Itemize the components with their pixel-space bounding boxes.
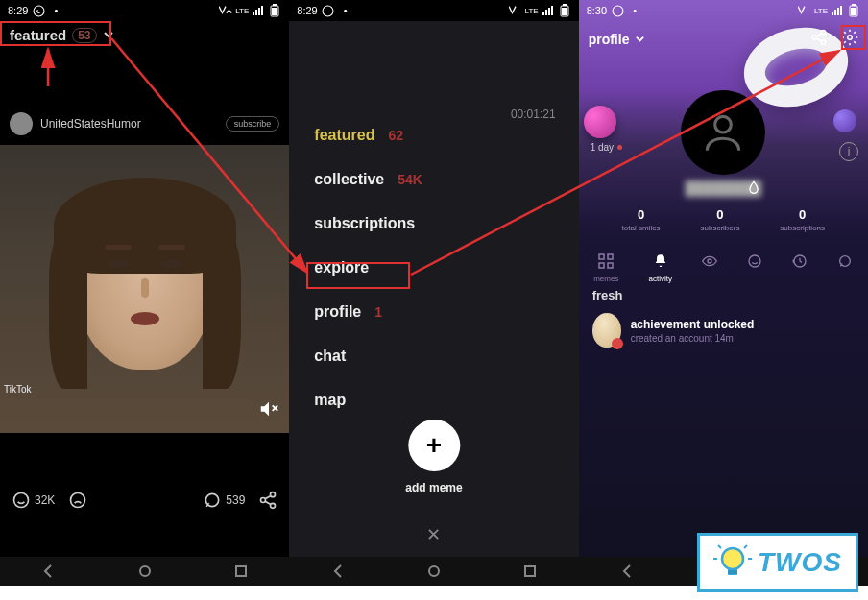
battery-icon <box>268 4 281 17</box>
nav-recent-button[interactable] <box>518 560 542 583</box>
twos-logo: TWOS <box>697 533 858 592</box>
bell-icon <box>649 253 672 273</box>
menu-item-subscriptions[interactable]: subscriptions <box>314 215 553 232</box>
whatsapp-icon <box>322 4 335 17</box>
android-navbar <box>289 557 578 586</box>
menu-item-profile[interactable]: profile 1 <box>314 303 553 321</box>
decorative-sphere <box>584 106 616 138</box>
post-author-row[interactable]: UnitedStatesHumor subscribe <box>0 107 289 141</box>
main-menu: featured 62 collective 54K subscriptions… <box>289 21 578 409</box>
menu-item-map[interactable]: map <box>314 392 553 409</box>
svg-rect-16 <box>525 566 535 576</box>
vowifi-icon <box>798 4 811 17</box>
unsmile-button[interactable] <box>68 491 87 510</box>
signal-icon <box>831 4 844 17</box>
svg-line-43 <box>718 545 721 548</box>
svg-rect-27 <box>608 254 613 259</box>
menu-item-featured[interactable]: featured 62 <box>314 127 553 144</box>
status-bar: 8:29 • LTE <box>0 0 289 21</box>
dot-icon: • <box>339 4 352 17</box>
svg-rect-26 <box>599 254 604 259</box>
nav-back-button[interactable] <box>615 560 639 583</box>
signal-icon <box>252 4 265 17</box>
svg-rect-20 <box>851 8 856 15</box>
tab-comments[interactable] <box>837 253 853 283</box>
nav-home-button[interactable] <box>133 560 157 583</box>
network-label: LTE <box>235 7 249 15</box>
achievement-subtitle: created an account 14m <box>631 333 755 344</box>
comments-button[interactable]: 539 <box>203 491 245 510</box>
dot-icon: • <box>628 4 641 17</box>
nav-back-button[interactable] <box>326 560 350 583</box>
logo-text: TWOS <box>758 547 842 578</box>
profile-title: profile <box>589 32 630 47</box>
nav-home-button[interactable] <box>422 560 446 583</box>
menu-item-chat[interactable]: chat <box>314 348 553 365</box>
fresh-heading: fresh <box>592 288 623 302</box>
battery-icon <box>558 4 571 17</box>
share-button[interactable] <box>258 491 277 510</box>
svg-point-4 <box>14 493 29 508</box>
comments-count: 539 <box>226 493 245 507</box>
stat-label: total smiles <box>622 224 661 232</box>
menu-label: featured <box>314 127 374 144</box>
stat-subscriptions[interactable]: 0 subscriptions <box>780 207 825 232</box>
svg-point-6 <box>271 492 276 497</box>
status-time: 8:30 <box>587 5 607 16</box>
menu-item-collective[interactable]: collective 54K <box>314 171 553 188</box>
svg-point-5 <box>71 493 85 508</box>
svg-point-23 <box>821 40 826 45</box>
stat-value: 0 <box>701 207 740 222</box>
post-video[interactable]: TikTok <box>0 145 289 433</box>
dot-icon: • <box>49 4 62 17</box>
svg-point-8 <box>271 503 276 508</box>
author-username: UnitedStatesHumor <box>40 117 141 131</box>
person-icon <box>699 108 747 156</box>
svg-point-11 <box>323 6 333 16</box>
profile-tabs: memes activity <box>579 248 868 289</box>
achievement-item[interactable]: achievement unlocked created an account … <box>592 307 855 348</box>
svg-point-7 <box>261 498 266 503</box>
chevron-down-icon[interactable] <box>635 32 645 47</box>
tab-history[interactable] <box>792 253 808 283</box>
nav-recent-button[interactable] <box>229 560 253 583</box>
svg-point-22 <box>812 36 817 40</box>
menu-label: collective <box>314 171 384 188</box>
tab-activity[interactable]: activity <box>649 253 672 283</box>
annotation-highlight-profile <box>306 262 410 289</box>
author-avatar[interactable] <box>10 112 33 135</box>
network-label: LTE <box>525 7 539 15</box>
share-icon[interactable] <box>810 29 828 49</box>
add-meme-button[interactable]: + <box>408 420 460 471</box>
stat-subscribers[interactable]: 0 subscribers <box>701 207 740 232</box>
vowifi-icon <box>219 4 232 17</box>
stat-label: subscribers <box>701 224 740 232</box>
menu-label: map <box>314 392 346 409</box>
grid-icon <box>593 253 618 273</box>
menu-screen: 8:29 • LTE 00:01:21 featured 62 collecti… <box>289 0 578 586</box>
dot-icon <box>617 145 622 150</box>
svg-point-30 <box>708 259 711 263</box>
svg-rect-14 <box>562 8 567 15</box>
stat-smiles[interactable]: 0 total smiles <box>622 207 661 232</box>
stat-label: subscriptions <box>780 224 825 232</box>
subscribe-button[interactable]: subscribe <box>226 116 280 132</box>
smile-button[interactable]: 32K <box>12 491 55 510</box>
mute-icon[interactable] <box>258 398 279 423</box>
tab-watched[interactable] <box>702 253 717 283</box>
info-button[interactable]: i <box>839 142 858 161</box>
plus-icon: + <box>426 430 442 461</box>
tab-smiled[interactable] <box>747 253 762 283</box>
svg-rect-13 <box>563 4 567 6</box>
annotation-highlight-settings <box>841 25 866 50</box>
menu-count: 1 <box>374 304 382 320</box>
profile-stats: 0 total smiles 0 subscribers 0 subscript… <box>579 207 868 232</box>
close-button[interactable]: ✕ <box>426 524 441 545</box>
nav-back-button[interactable] <box>36 560 60 583</box>
profile-avatar[interactable] <box>681 90 765 175</box>
eye-icon <box>702 253 717 273</box>
svg-point-17 <box>613 6 623 16</box>
tab-memes[interactable]: memes <box>593 253 618 283</box>
whatsapp-icon <box>32 4 45 17</box>
status-time: 8:29 <box>8 5 28 16</box>
